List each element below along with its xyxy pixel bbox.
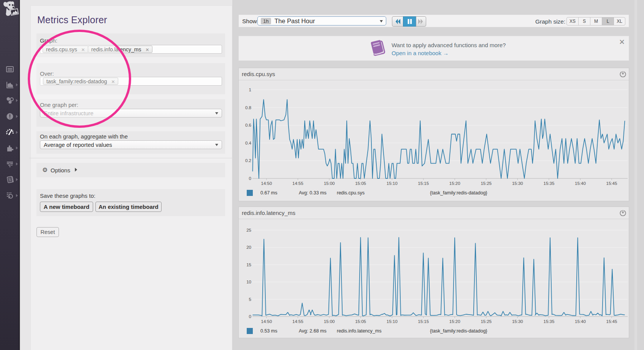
svg-text:0.6: 0.6 bbox=[245, 123, 251, 127]
svg-text:25: 25 bbox=[246, 228, 251, 232]
svg-text:20: 20 bbox=[246, 245, 251, 250]
svg-text:15:40: 15:40 bbox=[575, 319, 586, 324]
svg-text:0.4: 0.4 bbox=[245, 141, 252, 145]
svg-text:15:30: 15:30 bbox=[512, 181, 523, 186]
svg-text:10: 10 bbox=[246, 280, 251, 284]
svg-text:15:15: 15:15 bbox=[418, 319, 429, 324]
svg-text:5: 5 bbox=[249, 297, 251, 302]
svg-text:{task_family:redis-datadog}: {task_family:redis-datadog} bbox=[430, 328, 487, 334]
svg-text:15:25: 15:25 bbox=[481, 319, 492, 324]
svg-text:15:10: 15:10 bbox=[387, 319, 398, 324]
svg-text:14:55: 14:55 bbox=[292, 181, 303, 186]
svg-text:0.67 ms: 0.67 ms bbox=[260, 190, 277, 196]
svg-text:0.8: 0.8 bbox=[245, 105, 251, 110]
svg-text:15:45: 15:45 bbox=[606, 319, 617, 324]
svg-text:0.2: 0.2 bbox=[245, 158, 251, 163]
svg-text:15:00: 15:00 bbox=[324, 319, 335, 324]
svg-text:15:40: 15:40 bbox=[575, 181, 586, 186]
svg-text:15:10: 15:10 bbox=[387, 181, 398, 186]
svg-text:0: 0 bbox=[249, 176, 251, 181]
svg-text:Avg: 0.33 ms: Avg: 0.33 ms bbox=[299, 190, 327, 196]
svg-text:1: 1 bbox=[249, 88, 251, 92]
svg-text:15:35: 15:35 bbox=[544, 181, 555, 186]
svg-text:{task_family:redis-datadog}: {task_family:redis-datadog} bbox=[430, 190, 487, 196]
svg-text:Avg: 2.68 ms: Avg: 2.68 ms bbox=[299, 328, 327, 334]
svg-text:15:45: 15:45 bbox=[606, 181, 617, 186]
svg-text:15:05: 15:05 bbox=[355, 181, 366, 186]
svg-text:14:50: 14:50 bbox=[261, 319, 272, 324]
svg-text:15:20: 15:20 bbox=[449, 319, 460, 324]
svg-text:redis.info.latency_ms: redis.info.latency_ms bbox=[337, 328, 381, 334]
svg-text:0.53 ms: 0.53 ms bbox=[260, 328, 277, 334]
svg-text:15:05: 15:05 bbox=[355, 319, 366, 324]
svg-text:14:55: 14:55 bbox=[292, 319, 303, 324]
svg-text:15:35: 15:35 bbox=[544, 319, 555, 324]
svg-text:15:15: 15:15 bbox=[418, 181, 429, 186]
svg-text:15:30: 15:30 bbox=[512, 319, 523, 324]
svg-text:0: 0 bbox=[249, 314, 251, 319]
svg-text:15:20: 15:20 bbox=[449, 181, 460, 186]
svg-text:redis.cpu.sys: redis.cpu.sys bbox=[337, 190, 365, 196]
svg-text:15:25: 15:25 bbox=[481, 181, 492, 186]
svg-text:14:50: 14:50 bbox=[261, 181, 272, 186]
svg-text:15: 15 bbox=[246, 262, 251, 267]
svg-text:15:00: 15:00 bbox=[324, 181, 335, 186]
